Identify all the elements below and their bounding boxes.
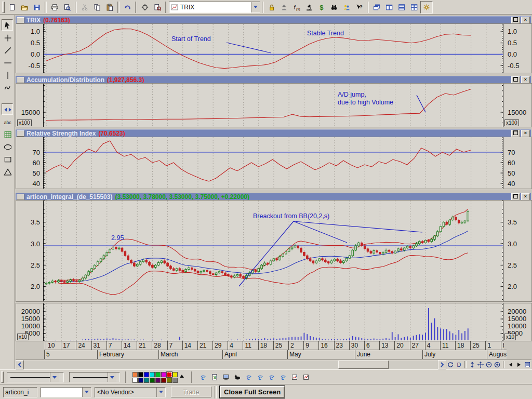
vline-tool-button[interactable] bbox=[2, 69, 13, 81]
line-width-combo[interactable] bbox=[69, 372, 120, 382]
palette-more-button[interactable] bbox=[180, 373, 184, 378]
plot-rsi[interactable] bbox=[43, 137, 503, 189]
toolbar-grip[interactable] bbox=[1, 371, 4, 383]
print-button[interactable] bbox=[48, 1, 61, 14]
scroll-arrows-tool-button[interactable] bbox=[2, 103, 13, 115]
move-button[interactable] bbox=[476, 361, 485, 369]
help-pointer-button[interactable]: ? bbox=[353, 1, 365, 14]
chevron-down-icon[interactable] bbox=[108, 373, 116, 382]
dollar-button[interactable]: $ bbox=[315, 1, 328, 14]
trade-button[interactable]: Trade bbox=[171, 387, 211, 397]
chart-export-2-button[interactable]: 2 bbox=[300, 371, 312, 383]
pointer-button[interactable] bbox=[2, 19, 13, 31]
microscope-button[interactable] bbox=[303, 1, 315, 14]
tile-horizontal-button[interactable] bbox=[395, 1, 408, 14]
trendline-tool-button[interactable] bbox=[2, 44, 13, 56]
expand-vertical-button[interactable] bbox=[468, 361, 476, 369]
color-swatch[interactable] bbox=[167, 372, 172, 377]
color-swatch[interactable] bbox=[155, 378, 161, 383]
scroll-left-button[interactable] bbox=[16, 360, 24, 369]
open-folder-button[interactable] bbox=[18, 1, 31, 14]
chevron-down-icon[interactable] bbox=[50, 373, 59, 382]
step-right-button[interactable] bbox=[515, 361, 523, 369]
color-swatch[interactable] bbox=[172, 378, 178, 383]
text-tool-button[interactable]: abc bbox=[2, 116, 13, 127]
maximize-button[interactable] bbox=[511, 17, 520, 24]
paste-button[interactable] bbox=[103, 1, 116, 14]
rectangle-tool-button[interactable] bbox=[2, 153, 13, 165]
ie-export-button[interactable]: e bbox=[255, 371, 266, 383]
hline-tool-button[interactable] bbox=[2, 57, 13, 68]
panel-titlebar-rsi[interactable]: Relative Strength Index(70.6523)× bbox=[16, 129, 531, 137]
color-swatch[interactable] bbox=[161, 378, 166, 383]
color-swatch[interactable] bbox=[150, 378, 155, 383]
plot-ad[interactable] bbox=[43, 84, 503, 127]
bull-export-button[interactable] bbox=[232, 371, 243, 383]
chart-crosshair-button[interactable] bbox=[139, 1, 151, 14]
ie-export-button[interactable]: e bbox=[277, 371, 289, 383]
panel-titlebar-ad[interactable]: Accumulation/Distribution(1,927,856.3)× bbox=[16, 76, 531, 83]
maximize-button[interactable] bbox=[511, 193, 520, 201]
data-d-button[interactable]: D bbox=[455, 361, 463, 369]
undo-button[interactable] bbox=[121, 1, 134, 14]
close-button[interactable]: × bbox=[521, 17, 530, 24]
workspace-settings-button[interactable] bbox=[420, 1, 433, 14]
lock-button[interactable] bbox=[265, 1, 278, 14]
color-swatch[interactable] bbox=[144, 378, 149, 383]
zoom-in-button[interactable] bbox=[493, 361, 501, 369]
color-swatch[interactable] bbox=[172, 372, 178, 377]
color-swatch[interactable] bbox=[132, 378, 138, 383]
color-swatch[interactable] bbox=[150, 372, 155, 377]
zoom-document-button[interactable] bbox=[151, 1, 164, 14]
ie-export-button[interactable]: e bbox=[197, 371, 209, 383]
print-preview-button[interactable] bbox=[61, 1, 73, 14]
chevron-down-icon[interactable] bbox=[82, 388, 91, 397]
tile-grid-button[interactable] bbox=[408, 1, 420, 14]
panel-titlebar-price[interactable]: articon_integral_(de_515503)(3.53000, 3.… bbox=[16, 193, 531, 200]
close-button[interactable]: × bbox=[521, 193, 530, 201]
cascade-windows-button[interactable] bbox=[370, 1, 383, 14]
ie-export-button[interactable]: e bbox=[243, 371, 255, 383]
close-full-screen-button[interactable]: Close Full Screen bbox=[220, 386, 285, 398]
scrollbar-track[interactable] bbox=[24, 361, 438, 369]
color-swatch[interactable] bbox=[167, 378, 172, 383]
cut-button[interactable] bbox=[78, 1, 91, 14]
function-fx-button[interactable]: f(x) bbox=[290, 1, 303, 14]
color-swatch[interactable] bbox=[138, 378, 143, 383]
ie-export-button[interactable]: e bbox=[266, 371, 277, 383]
chevron-down-icon[interactable] bbox=[251, 2, 260, 12]
ellipse-tool-button[interactable] bbox=[2, 141, 13, 152]
close-button[interactable]: × bbox=[521, 76, 530, 84]
color-swatch[interactable] bbox=[138, 372, 143, 377]
vendor-combo[interactable]: <No Vendor> bbox=[95, 387, 166, 397]
users-button[interactable] bbox=[340, 1, 353, 14]
scroll-right-button[interactable] bbox=[438, 360, 446, 369]
copy-button[interactable] bbox=[91, 1, 103, 14]
color-swatch[interactable] bbox=[161, 372, 166, 377]
expert-advisor-button[interactable] bbox=[278, 1, 290, 14]
panel-titlebar-trix[interactable]: TRIX(0.76163)× bbox=[16, 16, 531, 23]
chevron-down-icon[interactable] bbox=[156, 388, 165, 397]
symbol-combo[interactable]: TRIX bbox=[169, 2, 260, 13]
close-button[interactable]: × bbox=[521, 130, 530, 137]
chart-export-1-button[interactable]: 1 bbox=[289, 371, 300, 383]
maximize-button[interactable] bbox=[511, 130, 520, 137]
monitor-export-button[interactable] bbox=[220, 371, 232, 383]
zoom-out-button[interactable] bbox=[485, 361, 493, 369]
triangle-tool-button[interactable] bbox=[2, 166, 13, 177]
plot-trix[interactable] bbox=[43, 24, 503, 73]
symbol-input[interactable] bbox=[3, 387, 37, 397]
save-button[interactable] bbox=[31, 1, 43, 14]
line-style-combo[interactable] bbox=[7, 372, 64, 382]
color-swatch[interactable] bbox=[132, 372, 138, 377]
grid-tool-button[interactable] bbox=[2, 128, 13, 140]
maximize-button[interactable] bbox=[511, 76, 520, 84]
interval-combo[interactable] bbox=[41, 387, 91, 397]
scrollbar-thumb[interactable] bbox=[338, 361, 389, 369]
excel-export-button[interactable]: X bbox=[209, 371, 220, 383]
color-swatch[interactable] bbox=[155, 372, 161, 377]
step-left-button[interactable] bbox=[507, 361, 515, 369]
wave-tool-button[interactable] bbox=[2, 82, 13, 93]
plot-volume[interactable] bbox=[43, 303, 503, 341]
binoculars-button[interactable] bbox=[328, 1, 340, 14]
